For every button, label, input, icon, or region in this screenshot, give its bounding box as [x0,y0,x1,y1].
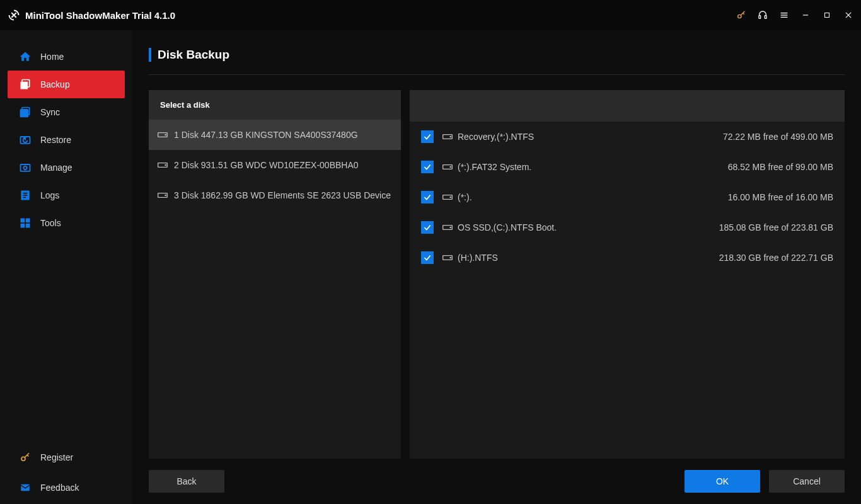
svg-point-38 [450,197,451,197]
svg-rect-15 [21,164,30,171]
svg-point-34 [450,136,451,137]
sidebar-item-backup[interactable]: Backup [8,71,125,98]
partition-icon [442,133,453,140]
headset-icon[interactable] [758,10,768,20]
partition-name: (*:).FAT32 System. [458,162,531,172]
disk-label: 3 Disk 1862.99 GB WD Elements SE 2623 US… [174,190,391,200]
sidebar: Home Backup Sync Restore Manage Logs Too… [0,30,132,504]
page-header: Disk Backup [149,48,845,75]
key-icon [19,451,32,464]
partition-size: 72.22 MB free of 499.00 MB [723,132,833,142]
minimize-icon[interactable] [800,10,811,20]
svg-rect-24 [26,224,30,228]
maximize-icon[interactable] [822,10,832,20]
disk-icon [158,192,168,199]
svg-point-30 [165,164,166,165]
sidebar-item-label: Restore [40,135,71,145]
svg-point-25 [21,457,25,461]
partition-row[interactable]: (*:).FAT32 System. 68.52 MB free of 99.0… [410,152,845,182]
back-button-label: Back [176,476,196,486]
sidebar-item-label: Manage [40,163,72,173]
titlebar: MiniTool ShadowMaker Trial 4.1.0 [0,0,861,30]
sidebar-item-sync[interactable]: Sync [8,98,125,126]
menu-icon[interactable] [779,10,789,20]
partition-icon [442,163,453,171]
sidebar-item-tools[interactable]: Tools [8,209,125,237]
checkbox-checked[interactable] [421,251,434,264]
disk-row[interactable]: 1 Disk 447.13 GB KINGSTON SA400S37480G [149,120,401,150]
disk-label: 1 Disk 447.13 GB KINGSTON SA400S37480G [174,130,358,140]
partition-row[interactable]: (*:). 16.00 MB free of 16.00 MB [410,182,845,212]
sidebar-item-label: Backup [40,79,70,89]
sidebar-item-label: Sync [40,107,60,117]
svg-rect-7 [825,13,829,18]
page-title: Disk Backup [158,48,229,62]
sidebar-item-label: Feedback [40,483,79,493]
main-content: Disk Backup Select a disk 1 Disk 447.13 … [132,30,861,504]
partition-row[interactable]: (H:).NTFS 218.30 GB free of 222.71 GB [410,243,845,273]
checkbox-checked[interactable] [421,191,434,203]
accent-bar [149,48,151,62]
manage-icon [19,161,32,174]
disk-icon [158,161,168,169]
svg-rect-1 [759,16,761,19]
close-icon[interactable] [843,10,853,20]
select-disk-label: Select a disk [149,90,401,120]
svg-point-0 [738,14,741,18]
svg-point-16 [24,166,27,169]
svg-rect-21 [21,219,25,223]
window-controls [736,10,853,20]
cancel-button[interactable]: Cancel [769,470,845,493]
svg-rect-22 [26,219,30,223]
partition-name: OS SSD,(C:).NTFS Boot. [458,222,557,232]
checkbox-checked[interactable] [421,130,434,143]
svg-rect-2 [765,16,766,19]
back-button[interactable]: Back [149,470,224,493]
cancel-button-label: Cancel [793,476,821,486]
key-icon[interactable] [736,10,746,20]
svg-point-28 [165,134,166,135]
tools-icon [19,217,32,229]
checkbox-checked[interactable] [421,161,434,173]
checkbox-checked[interactable] [421,221,434,234]
partition-panel-header [410,90,845,122]
home-icon [19,50,32,63]
svg-point-32 [165,195,166,195]
sidebar-item-restore[interactable]: Restore [8,126,125,154]
partition-row[interactable]: Recovery,(*:).NTFS 72.22 MB free of 499.… [410,122,845,152]
partition-icon [442,254,453,261]
logs-icon [19,189,32,202]
ok-button[interactable]: OK [685,470,760,493]
sidebar-item-label: Register [40,452,73,462]
svg-rect-13 [21,110,28,117]
partition-size: 16.00 MB free of 16.00 MB [728,192,833,202]
sidebar-item-feedback[interactable]: Feedback [8,474,125,501]
partition-list-panel: Recovery,(*:).NTFS 72.22 MB free of 499.… [410,90,845,459]
svg-rect-11 [21,82,28,89]
partition-size: 68.52 MB free of 99.00 MB [728,162,833,172]
partition-row[interactable]: OS SSD,(C:).NTFS Boot. 185.08 GB free of… [410,212,845,243]
disk-list-panel: Select a disk 1 Disk 447.13 GB KINGSTON … [149,90,401,459]
sidebar-item-register[interactable]: Register [8,444,125,471]
sidebar-item-manage[interactable]: Manage [8,154,125,181]
disk-row[interactable]: 2 Disk 931.51 GB WDC WD10EZEX-00BBHA0 [149,150,401,180]
partition-icon [442,193,453,201]
partition-size: 218.30 GB free of 222.71 GB [719,253,833,263]
sidebar-item-label: Home [40,52,64,62]
partition-name: (*:). [458,192,472,202]
sidebar-item-label: Tools [40,218,61,228]
disk-row[interactable]: 3 Disk 1862.99 GB WD Elements SE 2623 US… [149,180,401,210]
svg-point-42 [450,257,451,258]
partition-name: Recovery,(*:).NTFS [458,132,534,142]
svg-point-36 [450,166,451,167]
svg-rect-23 [21,224,25,228]
sync-icon [19,106,32,118]
app-title: MiniTool ShadowMaker Trial 4.1.0 [25,10,175,21]
sidebar-item-home[interactable]: Home [8,43,125,71]
partition-name: (H:).NTFS [458,253,498,263]
footer-buttons: Back OK Cancel [149,470,845,493]
disk-label: 2 Disk 931.51 GB WDC WD10EZEX-00BBHA0 [174,160,359,170]
sidebar-item-logs[interactable]: Logs [8,181,125,209]
sidebar-item-label: Logs [40,190,59,200]
app-logo-icon [8,9,20,21]
